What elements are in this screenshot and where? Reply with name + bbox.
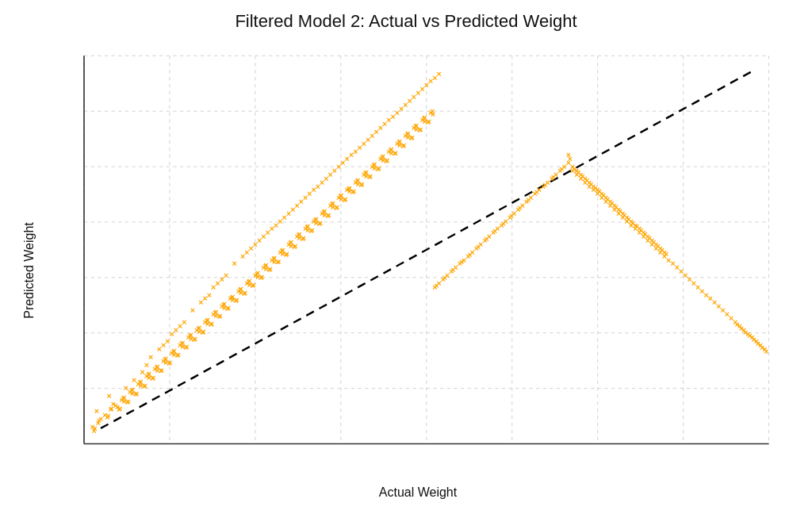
svg-text:×: × xyxy=(190,305,195,315)
svg-text:×: × xyxy=(272,256,277,266)
svg-text:×: × xyxy=(381,155,385,165)
svg-text:×: × xyxy=(339,194,343,204)
plot-and-x: ××××××××××××××××××××××××××××××××××××××××… xyxy=(41,38,795,503)
svg-text:×: × xyxy=(322,210,327,220)
svg-text:×: × xyxy=(485,234,489,244)
svg-text:×: × xyxy=(414,125,419,134)
svg-text:×: × xyxy=(664,249,668,259)
plot-wrapper: ××××××××××××××××××××××××××××××××××××××××… xyxy=(41,38,795,479)
svg-text:×: × xyxy=(172,350,177,359)
svg-text:×: × xyxy=(222,303,227,313)
svg-text:×: × xyxy=(281,249,285,259)
svg-text:×: × xyxy=(289,241,293,251)
svg-text:×: × xyxy=(372,163,377,173)
svg-text:×: × xyxy=(476,242,481,251)
svg-text:×: × xyxy=(459,257,464,267)
svg-text:×: × xyxy=(189,334,193,343)
svg-text:×: × xyxy=(180,342,185,351)
svg-text:×: × xyxy=(247,280,251,290)
y-axis-label-container: Predicted Weight xyxy=(17,38,41,503)
scatter-plot: ××××××××××××××××××××××××××××××××××××××××… xyxy=(41,38,795,479)
svg-text:×: × xyxy=(197,326,201,336)
svg-text:×: × xyxy=(364,171,369,181)
svg-text:×: × xyxy=(121,397,126,406)
svg-text:×: × xyxy=(297,233,302,243)
svg-text:×: × xyxy=(406,132,411,142)
chart-container: Filtered Model 2: Actual vs Predicted We… xyxy=(17,11,795,503)
svg-text:×: × xyxy=(534,187,539,197)
chart-title: Filtered Model 2: Actual vs Predicted We… xyxy=(235,11,576,32)
svg-text:×: × xyxy=(551,172,556,182)
svg-text:×: × xyxy=(232,259,236,268)
svg-text:×: × xyxy=(155,365,160,374)
svg-text:×: × xyxy=(163,358,168,367)
svg-text:×: × xyxy=(239,288,243,297)
svg-text:×: × xyxy=(138,381,143,390)
svg-text:×: × xyxy=(213,311,218,320)
svg-text:×: × xyxy=(450,265,455,274)
svg-text:×: × xyxy=(331,202,335,212)
svg-text:×: × xyxy=(568,154,573,163)
svg-text:×: × xyxy=(431,109,435,118)
svg-text:×: × xyxy=(764,347,768,356)
svg-text:×: × xyxy=(182,317,186,327)
svg-text:×: × xyxy=(147,373,151,382)
svg-text:×: × xyxy=(230,295,235,305)
svg-text:×: × xyxy=(355,179,360,189)
svg-text:×: × xyxy=(434,281,439,290)
svg-text:×: × xyxy=(224,270,228,280)
svg-text:×: × xyxy=(109,404,114,413)
svg-text:×: × xyxy=(542,179,547,189)
svg-text:×: × xyxy=(559,164,564,174)
svg-text:×: × xyxy=(518,203,523,213)
svg-text:×: × xyxy=(205,319,210,328)
svg-text:×: × xyxy=(263,264,268,274)
svg-text:×: × xyxy=(492,226,497,236)
svg-text:×: × xyxy=(526,195,530,205)
svg-text:×: × xyxy=(305,225,310,235)
svg-text:×: × xyxy=(423,117,427,126)
svg-text:×: × xyxy=(397,140,402,150)
svg-text:×: × xyxy=(97,416,102,425)
svg-text:×: × xyxy=(467,250,472,259)
svg-text:×: × xyxy=(389,148,393,157)
x-axis-label: Actual Weight xyxy=(41,479,795,503)
svg-text:×: × xyxy=(314,217,319,227)
svg-text:×: × xyxy=(130,389,135,398)
chart-area: Predicted Weight ×××××××××××××××××××××××… xyxy=(17,38,795,503)
svg-text:×: × xyxy=(501,218,506,228)
svg-text:×: × xyxy=(148,352,153,362)
svg-text:×: × xyxy=(509,211,514,221)
svg-text:×: × xyxy=(347,186,352,196)
svg-text:×: × xyxy=(436,69,441,79)
y-axis-label: Predicted Weight xyxy=(22,222,36,319)
svg-text:×: × xyxy=(255,272,260,282)
svg-text:×: × xyxy=(442,273,447,282)
